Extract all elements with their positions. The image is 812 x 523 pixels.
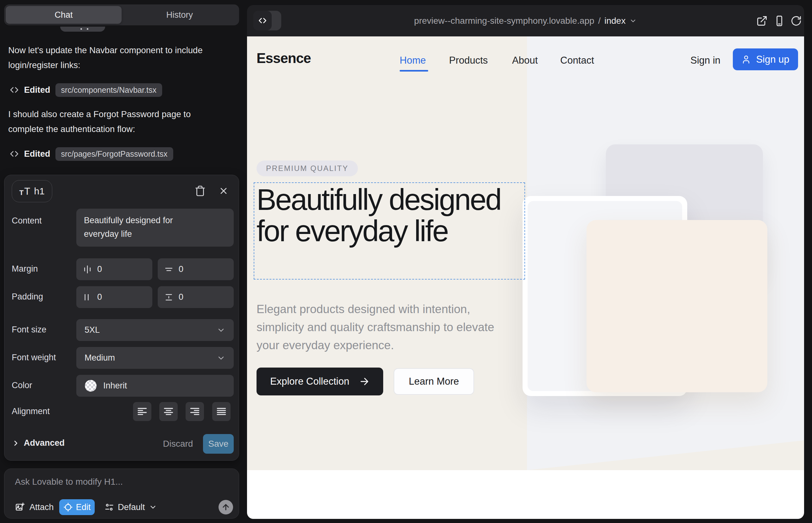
align-left-icon — [137, 406, 147, 417]
image-plus-icon — [15, 502, 25, 512]
arrow-right-icon — [359, 376, 370, 387]
padding-label: Padding — [12, 292, 43, 302]
url-bar[interactable]: preview--charming-site-symphony.lovable.… — [247, 5, 804, 36]
align-left-button[interactable] — [133, 402, 152, 421]
type-icon: TT — [19, 186, 30, 196]
save-button[interactable]: Save — [203, 434, 234, 454]
align-center-button[interactable] — [159, 402, 178, 421]
send-button[interactable] — [218, 500, 233, 515]
edited-file-row: Edited src/pages/ForgotPassword.tsx — [10, 146, 173, 161]
nav-active-underline — [400, 70, 428, 72]
padding-horizontal-icon — [83, 292, 92, 302]
assistant-message: Now let's update the Navbar component to… — [8, 43, 206, 72]
nav-link-products[interactable]: Products — [449, 55, 488, 66]
selected-element-pill[interactable]: TT h1 — [12, 180, 52, 202]
assistant-message: I should also create a Forgot Password p… — [8, 107, 206, 137]
sign-in-link[interactable]: Sign in — [690, 55, 721, 66]
close-icon — [218, 186, 229, 196]
crosshair-icon — [63, 502, 73, 512]
margin-horizontal-input[interactable]: 0 — [76, 258, 152, 280]
chevron-right-icon — [12, 439, 20, 447]
alignment-label: Alignment — [12, 407, 50, 416]
content-input[interactable]: Beautifully designed for everyday life — [76, 209, 234, 247]
chevron-down-icon — [149, 503, 157, 511]
dot — [87, 28, 88, 30]
model-default-dropdown[interactable]: Default — [105, 499, 157, 515]
align-justify-button[interactable] — [212, 402, 231, 421]
file-chip[interactable]: src/pages/ForgotPassword.tsx — [55, 147, 173, 161]
margin-label: Margin — [12, 264, 38, 274]
close-inspector-button[interactable] — [216, 183, 231, 198]
nav-link-home[interactable]: Home — [400, 55, 426, 66]
tab-history[interactable]: History — [122, 6, 237, 24]
mobile-view-button[interactable] — [774, 15, 785, 26]
chat-composer: Ask Lovable to modify H1... Attach Edit … — [4, 469, 239, 519]
align-right-button[interactable] — [186, 402, 204, 421]
external-link-icon — [756, 15, 768, 26]
discard-button[interactable]: Discard — [162, 439, 194, 449]
edited-file-row: Edited src/components/Navbar.tsx — [10, 82, 162, 97]
site-viewport: Essence Home Products About Contact Sign… — [247, 36, 804, 519]
chevron-down-icon — [217, 354, 226, 362]
chevron-down-icon — [629, 17, 637, 25]
edited-label: Edited — [24, 85, 50, 95]
trash-icon — [194, 185, 206, 197]
align-center-icon — [163, 406, 174, 417]
chat-history-tabbar: Chat History — [4, 4, 239, 25]
element-tag: h1 — [34, 186, 45, 197]
margin-vertical-icon — [164, 265, 174, 274]
refresh-button[interactable] — [791, 15, 802, 26]
attach-button[interactable]: Attach — [15, 499, 54, 515]
font-size-label: Font size — [12, 325, 47, 335]
align-right-icon — [189, 406, 200, 417]
font-weight-select[interactable]: Medium — [76, 347, 234, 369]
hero-description: Elegant products designed with intention… — [257, 300, 510, 354]
explore-collection-button[interactable]: Explore Collection — [257, 367, 383, 395]
learn-more-button[interactable]: Learn More — [394, 368, 474, 395]
padding-vertical-icon — [164, 292, 174, 302]
arrow-up-icon — [222, 503, 230, 511]
premium-quality-badge: PREMIUM QUALITY — [257, 161, 358, 176]
content-label: Content — [12, 216, 42, 226]
color-label: Color — [12, 381, 32, 390]
nav-link-about[interactable]: About — [512, 55, 538, 66]
element-inspector-panel: TT h1 Content Beautifully designed for e… — [4, 175, 239, 461]
nav-link-contact[interactable]: Contact — [560, 55, 594, 66]
scrolled-chip-partial — [60, 26, 105, 32]
decor-card-cream — [586, 220, 767, 392]
sign-up-button[interactable]: Sign up — [733, 49, 798, 70]
color-swatch — [85, 380, 97, 392]
advanced-toggle[interactable]: Advanced — [12, 438, 65, 448]
align-justify-icon — [216, 406, 227, 417]
padding-vertical-input[interactable]: 0 — [158, 286, 234, 308]
refresh-icon — [791, 15, 802, 26]
edit-mode-button[interactable]: Edit — [59, 499, 95, 515]
tab-chat[interactable]: Chat — [6, 6, 122, 24]
padding-horizontal-input[interactable]: 0 — [76, 286, 152, 308]
font-size-select[interactable]: 5XL — [76, 319, 234, 341]
preview-browser-panel: preview--charming-site-symphony.lovable.… — [247, 5, 804, 519]
smartphone-icon — [774, 15, 785, 26]
user-icon — [741, 55, 751, 64]
dot — [81, 28, 82, 30]
url-domain: preview--charming-site-symphony.lovable.… — [414, 16, 595, 26]
sliders-icon — [105, 502, 114, 512]
site-logo[interactable]: Essence — [257, 50, 311, 66]
font-weight-label: Font weight — [12, 353, 56, 362]
composer-input[interactable]: Ask Lovable to modify H1... — [15, 477, 123, 487]
color-select[interactable]: Inherit — [76, 375, 234, 397]
open-external-button[interactable] — [756, 15, 768, 26]
chevron-down-icon — [217, 326, 226, 335]
margin-vertical-input[interactable]: 0 — [158, 258, 234, 280]
hero-heading[interactable]: Beautifully designed for everyday life — [257, 184, 504, 247]
lovable-app-window: Chat History Now let's update the Navbar… — [0, 0, 812, 523]
url-separator: / — [598, 16, 601, 26]
code-icon — [10, 85, 19, 95]
url-page: index — [604, 16, 625, 26]
delete-element-button[interactable] — [193, 183, 208, 198]
file-chip[interactable]: src/components/Navbar.tsx — [55, 83, 162, 97]
edited-label: Edited — [24, 149, 50, 159]
margin-horizontal-icon — [83, 265, 92, 274]
code-icon — [10, 149, 19, 159]
